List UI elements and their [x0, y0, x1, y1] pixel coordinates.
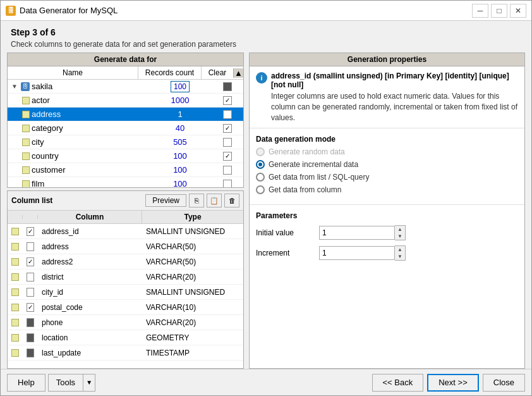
radio-btn-list[interactable]	[256, 173, 265, 182]
spin-down-increment[interactable]: ▼	[395, 253, 405, 260]
col-checkbox-address2[interactable]	[27, 257, 34, 266]
next-button[interactable]: Next >>	[427, 374, 479, 392]
spin-up-initial[interactable]: ▲	[395, 226, 405, 233]
param-input-initial[interactable]	[319, 226, 395, 240]
tree-clear-film	[212, 180, 243, 188]
col-row-postal-code[interactable]: postal_code VARCHAR(10)	[8, 300, 243, 315]
col-row-phone[interactable]: phone VARCHAR(20)	[8, 315, 243, 330]
title-bar-controls: ─ □ ✕	[472, 4, 526, 18]
table-icon-actor	[22, 97, 30, 104]
tree-row-sakila[interactable]: ▼ 🗄 sakila 100	[8, 80, 243, 94]
col-checkbox-location[interactable]	[27, 333, 34, 342]
main-content: Generate data for Name Records count Cle…	[1, 53, 531, 369]
col-checkbox-address[interactable]	[27, 242, 34, 251]
col-checkbox-last-update[interactable]	[27, 349, 34, 357]
col-row-address[interactable]: address VARCHAR(50)	[8, 239, 243, 254]
param-label-initial: Initial value	[256, 228, 313, 237]
clear-checkbox-category[interactable]	[223, 124, 232, 133]
help-button[interactable]: Help	[7, 374, 45, 392]
clear-checkbox-city[interactable]	[223, 138, 232, 147]
col-check-location[interactable]	[23, 332, 38, 343]
col-row-last-update[interactable]: last_update TIMESTAMP	[8, 345, 243, 361]
copy-icon-button[interactable]: ⎘	[189, 194, 204, 207]
param-input-increment[interactable]	[319, 246, 395, 260]
radio-label-incremental: Generate incremental data	[269, 160, 358, 169]
paste-icon-button[interactable]: 📋	[207, 194, 222, 207]
col-type-location: GEOMETRY	[142, 332, 243, 343]
col-table-body[interactable]: address_id SMALLINT UNSIGNED address VAR…	[8, 224, 243, 368]
clear-checkbox-customer[interactable]	[223, 166, 232, 175]
col-check-address2[interactable]	[23, 256, 38, 268]
info-icon: i	[256, 72, 267, 84]
radio-option-column[interactable]: Get data from column	[256, 185, 518, 194]
maximize-button[interactable]: □	[491, 4, 507, 18]
clear-checkbox-film[interactable]	[223, 180, 232, 188]
radio-label-random: Generate random data	[269, 147, 345, 156]
clear-checkbox-sakila[interactable]	[223, 82, 232, 91]
tree-row-customer[interactable]: customer 100	[8, 163, 243, 177]
tree-row-city[interactable]: city 505	[8, 135, 243, 149]
col-name-address-id: address_id	[38, 226, 142, 237]
radio-btn-random[interactable]	[256, 147, 265, 156]
collapse-btn-sakila[interactable]: ▼	[10, 83, 19, 90]
params-label: Parameters	[256, 211, 518, 220]
radio-btn-incremental[interactable]	[256, 160, 265, 169]
col-checkbox-city-id[interactable]	[27, 288, 34, 297]
tree-records-country: 100	[148, 151, 212, 161]
table-icon-col	[11, 228, 19, 235]
radio-option-list[interactable]: Get data from list / SQL-query	[256, 173, 518, 182]
tools-dropdown-button[interactable]: ▼	[83, 374, 95, 392]
col-check-district[interactable]	[23, 271, 38, 283]
col-checkbox-district[interactable]	[27, 273, 34, 282]
clear-icon-button[interactable]: 🗑	[224, 194, 239, 207]
params-section: Parameters Initial value ▲ ▼	[250, 204, 524, 272]
radio-label-list: Get data from list / SQL-query	[269, 173, 369, 182]
col-row-address2[interactable]: address2 VARCHAR(50)	[8, 254, 243, 269]
col-checkbox-postal-code[interactable]	[27, 303, 34, 312]
col-check-city-id[interactable]	[23, 287, 38, 298]
tree-label-address: address	[32, 109, 61, 119]
tree-records-actor: 1000	[148, 96, 212, 105]
radio-option-incremental[interactable]: Generate incremental data	[256, 160, 518, 169]
tree-body[interactable]: ▼ 🗄 sakila 100	[8, 80, 243, 187]
records-input-sakila[interactable]: 100	[171, 81, 190, 92]
radio-option-random[interactable]: Generate random data	[256, 147, 518, 156]
col-check-phone[interactable]	[23, 317, 38, 328]
window-close-button[interactable]: ✕	[510, 4, 526, 18]
table-icon-col3	[11, 258, 19, 266]
gen-props-box: Generation properties i address_id (smal…	[249, 53, 525, 369]
col-checkbox-address-id[interactable]	[27, 227, 34, 236]
close-button[interactable]: Close	[483, 374, 525, 392]
table-icon-col2	[11, 243, 19, 251]
col-icon-location	[8, 333, 23, 343]
tree-row-actor[interactable]: actor 1000	[8, 94, 243, 108]
spin-down-initial[interactable]: ▼	[395, 233, 405, 240]
clear-checkbox-country[interactable]	[223, 152, 232, 161]
col-row-location[interactable]: location GEOMETRY	[8, 330, 243, 345]
col-check-address[interactable]	[23, 241, 38, 252]
minimize-button[interactable]: ─	[472, 4, 488, 18]
clear-checkbox-address[interactable]	[223, 110, 232, 119]
tree-clear-address	[212, 110, 243, 119]
spin-up-increment[interactable]: ▲	[395, 246, 405, 253]
col-check-address-id[interactable]	[23, 226, 38, 237]
col-row-address-id[interactable]: address_id SMALLINT UNSIGNED	[8, 224, 243, 239]
col-check-postal-code[interactable]	[23, 302, 38, 313]
info-content: address_id (smallint unsigned) [in Prima…	[271, 71, 518, 123]
clear-checkbox-actor[interactable]	[223, 96, 232, 105]
col-row-city-id[interactable]: city_id SMALLINT UNSIGNED	[8, 285, 243, 300]
preview-button[interactable]: Preview	[145, 194, 186, 207]
col-type-address: VARCHAR(50)	[142, 241, 243, 252]
tools-button[interactable]: Tools	[48, 374, 83, 392]
tree-row-film[interactable]: film 100	[8, 177, 243, 187]
tree-row-address[interactable]: address 1	[8, 108, 243, 121]
back-button[interactable]: << Back	[372, 374, 424, 392]
col-checkbox-phone[interactable]	[27, 318, 34, 327]
col-row-district[interactable]: district VARCHAR(20)	[8, 269, 243, 285]
radio-btn-column[interactable]	[256, 185, 265, 194]
col-check-last-update[interactable]	[23, 347, 38, 359]
title-bar: 🗄 Data Generator for MySQL ─ □ ✕	[1, 1, 531, 21]
tree-row-country[interactable]: country 100	[8, 149, 243, 163]
tree-label-category: category	[32, 123, 63, 133]
tree-row-category[interactable]: category 40	[8, 121, 243, 135]
